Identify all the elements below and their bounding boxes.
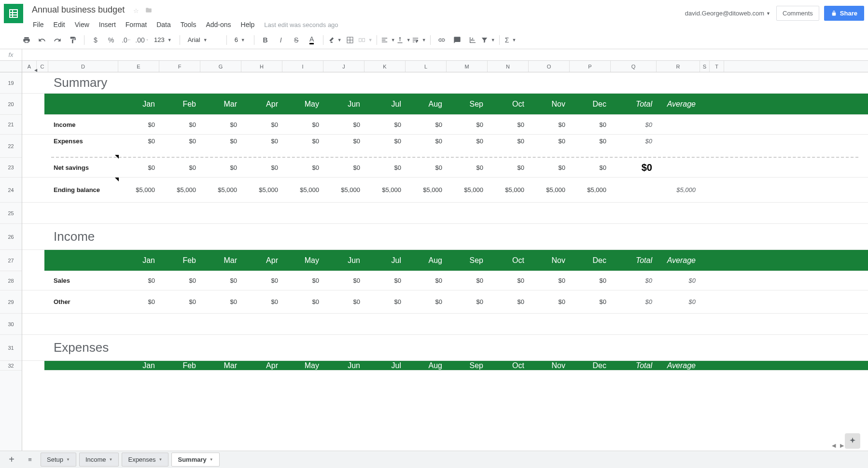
- explore-button[interactable]: [845, 433, 860, 449]
- row-header[interactable]: 25: [0, 203, 22, 224]
- cell-row[interactable]: [22, 203, 868, 224]
- other-row[interactable]: Other $0 $0 $0 $0 $0 $0 $0 $0 $0 $0 $0 $…: [22, 290, 868, 314]
- sales-row[interactable]: Sales $0 $0 $0 $0 $0 $0 $0 $0 $0 $0 $0 $…: [22, 271, 868, 290]
- menu-addons[interactable]: Add-ons: [202, 19, 235, 30]
- row-header[interactable]: 19: [0, 72, 22, 94]
- insert-comment-icon[interactable]: [450, 33, 464, 47]
- sheet-tab-setup[interactable]: Setup▼: [41, 453, 76, 467]
- menu-help[interactable]: Help: [237, 19, 259, 30]
- grid-content[interactable]: Summary Jan Feb Mar Apr May Jun Jul Aug …: [22, 72, 868, 451]
- col-header-H[interactable]: H: [241, 61, 282, 72]
- col-header-P[interactable]: P: [570, 61, 611, 72]
- col-header-R[interactable]: R: [657, 61, 700, 72]
- col-header-A[interactable]: A ◀: [22, 61, 37, 72]
- sheet-tab-expenses[interactable]: Expenses▼: [122, 453, 168, 467]
- income-header-row[interactable]: Jan Feb Mar Apr May Jun Jul Aug Sep Oct …: [44, 250, 868, 271]
- star-icon[interactable]: ☆: [133, 7, 139, 14]
- strikethrough-icon[interactable]: S: [289, 33, 304, 47]
- row-header[interactable]: 22: [0, 135, 22, 158]
- formula-input[interactable]: [22, 49, 868, 60]
- paint-format-icon[interactable]: [66, 33, 80, 47]
- row-header[interactable]: 30: [0, 314, 22, 335]
- italic-icon[interactable]: I: [274, 33, 288, 47]
- vertical-align-icon[interactable]: ▼: [396, 33, 411, 47]
- row-header[interactable]: 27: [0, 250, 22, 271]
- font-family-select[interactable]: Arial▼: [184, 33, 223, 47]
- col-header-O[interactable]: O: [529, 61, 570, 72]
- net-savings-row[interactable]: Net savings $0 $0 $0 $0 $0 $0 $0 $0 $0 $…: [22, 158, 868, 178]
- cell-row[interactable]: Expenses: [22, 335, 868, 361]
- col-header-F[interactable]: F: [159, 61, 200, 72]
- merge-cells-icon[interactable]: ▼: [358, 33, 373, 47]
- row-header[interactable]: 29: [0, 290, 22, 314]
- sheet-tab-summary[interactable]: Summary▼: [171, 453, 219, 467]
- menu-tools[interactable]: Tools: [177, 19, 200, 30]
- row-header[interactable]: 31: [0, 335, 22, 361]
- print-icon[interactable]: [19, 33, 34, 47]
- ending-balance-row[interactable]: Ending balance $5,000 $5,000 $5,000 $5,0…: [22, 178, 868, 203]
- text-color-icon[interactable]: A: [305, 33, 319, 47]
- fx-icon[interactable]: fx: [0, 49, 22, 60]
- expenses-header-row[interactable]: Jan Feb Mar Apr May Jun Jul Aug Sep Oct …: [44, 361, 868, 371]
- menu-data[interactable]: Data: [153, 19, 175, 30]
- scroll-arrows[interactable]: ◀ ▶: [832, 442, 844, 449]
- all-sheets-button[interactable]: ≡: [22, 453, 38, 467]
- row-header[interactable]: 23: [0, 158, 22, 178]
- filter-icon[interactable]: ▼: [481, 33, 495, 47]
- col-header-Q[interactable]: Q: [611, 61, 657, 72]
- share-button[interactable]: Share: [824, 6, 864, 21]
- cell-row[interactable]: Summary: [22, 72, 868, 94]
- undo-icon[interactable]: [35, 33, 49, 47]
- income-row[interactable]: Income $0 $0 $0 $0 $0 $0 $0 $0 $0 $0 $0 …: [22, 115, 868, 135]
- col-header-K[interactable]: K: [364, 61, 406, 72]
- col-header-G[interactable]: G: [200, 61, 241, 72]
- col-header-D[interactable]: D: [48, 61, 118, 72]
- select-all-cell[interactable]: [0, 61, 22, 72]
- currency-icon[interactable]: $: [88, 33, 103, 47]
- percent-icon[interactable]: %: [104, 33, 118, 47]
- cell-row[interactable]: Income: [22, 224, 868, 250]
- cell-row[interactable]: [22, 314, 868, 335]
- summary-header-row[interactable]: Jan Feb Mar Apr May Jun Jul Aug Sep Oct …: [44, 94, 868, 115]
- functions-icon[interactable]: Σ▼: [504, 33, 518, 47]
- col-header-I[interactable]: I: [282, 61, 323, 72]
- borders-icon[interactable]: [343, 33, 357, 47]
- bold-icon[interactable]: B: [258, 33, 273, 47]
- col-header-T[interactable]: T: [710, 61, 724, 72]
- user-menu[interactable]: david.George@ditoweb.com ▼: [685, 10, 770, 17]
- col-header-J[interactable]: J: [323, 61, 364, 72]
- insert-chart-icon[interactable]: [465, 33, 480, 47]
- note-indicator-icon[interactable]: [115, 155, 119, 159]
- row-header[interactable]: 21: [0, 115, 22, 135]
- font-size-select[interactable]: 6▼: [231, 33, 250, 47]
- menu-edit[interactable]: Edit: [50, 19, 69, 30]
- col-header-E[interactable]: E: [118, 61, 159, 72]
- sheets-logo[interactable]: [4, 4, 23, 23]
- horizontal-align-icon[interactable]: ▼: [381, 33, 395, 47]
- doc-title[interactable]: Annual business budget: [29, 4, 127, 16]
- row-header[interactable]: 28: [0, 271, 22, 290]
- menu-format[interactable]: Format: [122, 19, 151, 30]
- redo-icon[interactable]: [50, 33, 65, 47]
- col-header-M[interactable]: M: [447, 61, 488, 72]
- col-header-S[interactable]: S: [700, 61, 710, 72]
- increase-decimal-icon[interactable]: .00→: [135, 33, 149, 47]
- add-sheet-button[interactable]: +: [4, 453, 19, 467]
- col-header-L[interactable]: L: [406, 61, 447, 72]
- menu-view[interactable]: View: [71, 19, 93, 30]
- folder-icon[interactable]: [144, 7, 153, 15]
- note-indicator-icon[interactable]: [115, 178, 119, 181]
- menu-insert[interactable]: Insert: [95, 19, 120, 30]
- row-header[interactable]: 20: [0, 94, 22, 115]
- menu-file[interactable]: File: [29, 19, 48, 30]
- col-header-C[interactable]: C: [37, 61, 48, 72]
- row-header[interactable]: 26: [0, 224, 22, 250]
- expenses-row[interactable]: Expenses $0 $0 $0 $0 $0 $0 $0 $0 $0 $0 $…: [22, 135, 868, 158]
- decrease-decimal-icon[interactable]: .0←: [119, 33, 134, 47]
- col-header-N[interactable]: N: [488, 61, 529, 72]
- number-format-select[interactable]: 123▼: [150, 33, 176, 47]
- fill-color-icon[interactable]: ▼: [327, 33, 342, 47]
- row-header[interactable]: 32: [0, 361, 22, 371]
- row-header[interactable]: 24: [0, 178, 22, 203]
- sheet-tab-income[interactable]: Income▼: [79, 453, 119, 467]
